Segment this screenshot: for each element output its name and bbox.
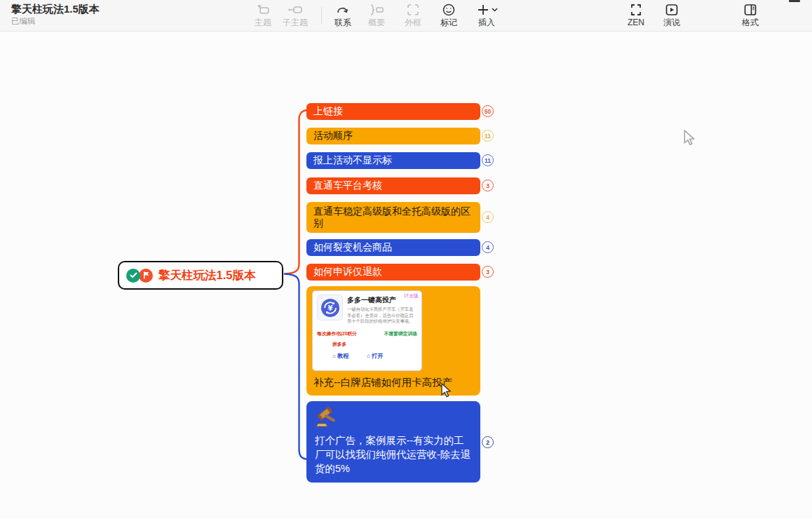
toolbar: 擎天柱玩法1.5版本 已编辑 主题 子主题 联系 [0,0,812,32]
document-meta: 擎天柱玩法1.5版本 已编辑 [11,3,100,27]
branch-node[interactable]: 上链接 [306,103,480,120]
branch-label: 如何裂变机会商品 [313,241,392,254]
badge-number: 2 [486,439,489,446]
toolbar-divider [321,7,322,24]
topic-label: 主题 [247,18,279,27]
badge-number: 11 [485,133,491,140]
marker-button[interactable]: 标记 [433,2,465,27]
ad-node-text: 打个广告，案例展示--有实力的工厂可以找我们纯佣代运营收-除去退货的5% [315,433,473,476]
zen-button[interactable]: ZEN [620,2,652,27]
summary-label: 概要 [360,18,393,27]
badge-number: 4 [486,214,489,221]
branch-count-badge[interactable]: 2 [482,436,494,448]
branch-label: 直通车平台考核 [313,180,382,192]
boundary-icon [397,2,429,18]
card-note-text: 不需要绑定训练 [384,330,417,337]
embedded-app-card-image: ¥ 计次版 多多一键高投产 一键自动化卡高投产开车（开车老手必看）全类目，适合出… [312,290,422,371]
format-label: 格式 [734,18,766,27]
present-icon [656,2,688,18]
card-open-link: ⌂ 打开 [367,352,383,360]
boundary-button[interactable]: 外框 [397,2,429,27]
format-button[interactable]: 格式 [734,2,766,27]
card-cost-text: 每次操作/扣20积分 [317,330,357,337]
insert-icon [468,2,505,18]
card-edition-tag: 计次版 [404,292,419,299]
branch-count-badge[interactable]: 4 [482,241,494,253]
document-status: 已编辑 [11,15,100,27]
branch-count-badge[interactable]: 3 [482,266,494,278]
relationship-label: 联系 [327,18,359,27]
branch-label: 报上活动不显示标 [313,154,392,167]
insert-label: 插入 [468,18,505,27]
card-description: 一键自动化卡高投产开车（开车老手必看）全类目，适合出价稳定后第十个阶段的价格维护… [347,306,417,325]
branch-node[interactable]: 直通车稳定高级版和全托高级版的区别 [306,202,480,233]
image-branch-node[interactable]: ¥ 计次版 多多一键高投产 一键自动化卡高投产开车（开车老手必看）全类目，适合出… [306,286,480,396]
zen-label: ZEN [620,18,652,27]
branch-label: 上链接 [313,105,343,118]
branch-count-badge[interactable]: 3 [482,180,494,191]
badge-number: 4 [486,244,489,251]
ad-branch-node[interactable]: 打个广告，案例展示--有实力的工厂可以找我们纯佣代运营收-除去退货的5% [306,401,480,483]
boundary-label: 外框 [397,18,429,27]
gavel-icon [315,407,339,429]
insert-button[interactable]: 插入 [468,2,505,27]
relationship-icon [327,2,359,18]
home-icon: ⌂ [367,353,370,359]
branch-count-badge[interactable]: 11 [482,130,494,142]
branch-node[interactable]: 如何申诉仅退款 [306,264,480,281]
root-topic-label: 擎天柱玩法1.5版本 [158,268,255,283]
relationship-button[interactable]: 联系 [327,2,359,27]
branch-count-badge[interactable]: 50 [482,105,494,117]
card-tutorial-link: ⌂ 教程 [332,352,349,360]
branch-node[interactable]: 活动顺序 [306,128,480,144]
branch-label: 活动顺序 [313,130,353,142]
card-platform-text: 拼多多 [332,341,417,348]
branch-node[interactable]: 直通车平台考核 [306,177,480,194]
image-node-caption: 补充--白牌店铺如何用卡高投产 [313,376,452,389]
root-topic[interactable]: 擎天柱玩法1.5版本 [118,261,283,290]
branch-count-badge[interactable]: 11 [482,154,494,166]
mindmap-canvas[interactable]: 擎天柱玩法1.5版本 上链接 50 活动顺序 11 报上活动不显示标 11 直通… [0,32,812,519]
summary-button[interactable]: 概要 [360,2,393,27]
zen-icon [620,2,652,18]
branch-count-badge[interactable]: 4 [482,211,494,223]
branch-label: 如何申诉仅退款 [313,266,382,278]
branch-node[interactable]: 如何裂变机会商品 [306,239,480,256]
format-icon [734,2,766,18]
window-corner-bar [789,0,800,2]
marker-icon [433,2,465,18]
branch-label: 直通车稳定高级版和全托高级版的区别 [313,205,473,230]
subtopic-label: 子主题 [279,18,311,27]
check-icon [126,269,140,283]
badge-number: 3 [486,269,489,276]
badge-number: 3 [486,182,489,189]
subtopic-button[interactable]: 子主题 [279,2,311,27]
summary-icon [360,2,393,18]
flag-icon [139,269,153,283]
svg-text:¥: ¥ [327,304,332,312]
topic-button[interactable]: 主题 [247,2,279,27]
badge-number: 11 [485,157,491,164]
present-button[interactable]: 演说 [656,2,688,27]
branch-node[interactable]: 报上活动不显示标 [306,152,480,169]
document-title: 擎天柱玩法1.5版本 [11,3,100,15]
home-icon: ⌂ [332,353,336,359]
present-label: 演说 [656,18,688,27]
marker-label: 标记 [433,18,465,27]
app-icon: ¥ [317,295,343,321]
subtopic-icon [279,2,311,18]
badge-number: 50 [485,108,491,115]
topic-icon [247,2,279,18]
